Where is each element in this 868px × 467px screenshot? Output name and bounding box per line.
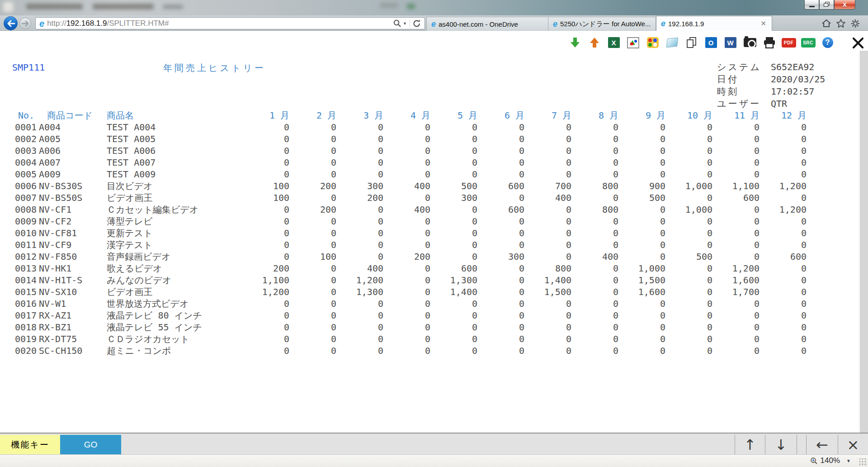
month-value: 0 <box>383 345 430 357</box>
table-row: 0016NV-W1世界放送方式ビデオ000000000000 <box>0 298 807 310</box>
maximize-button[interactable] <box>819 0 834 10</box>
upload-icon <box>589 37 600 48</box>
forward-button[interactable] <box>19 18 31 29</box>
view-source-button[interactable]: SRC <box>798 36 818 49</box>
notepad-button[interactable] <box>662 36 682 49</box>
month-value: 0 <box>665 333 712 345</box>
month-value: 100 <box>242 180 289 192</box>
row-number: 0013 <box>0 262 39 274</box>
month-value: 0 <box>571 157 618 168</box>
window-titlebar: x <box>0 0 868 15</box>
month-value: 800 <box>571 204 618 215</box>
download-button[interactable] <box>565 36 585 49</box>
month-value: 0 <box>665 274 712 286</box>
month-value: 400 <box>571 251 618 262</box>
arrow-up-icon: ↑ <box>744 436 756 453</box>
settings-button[interactable] <box>850 18 860 29</box>
minimize-button[interactable] <box>804 0 819 10</box>
row-number: 0004 <box>0 157 39 168</box>
close-button[interactable]: x <box>834 0 855 10</box>
browser-statusbar: 140% ▼ <box>0 454 868 467</box>
color-settings-button[interactable] <box>643 36 662 49</box>
upload-button[interactable] <box>585 36 604 49</box>
divider <box>410 19 410 28</box>
month-value: 0 <box>336 239 383 251</box>
month-value: 0 <box>430 121 477 133</box>
month-value: 0 <box>618 157 665 168</box>
image-viewer-button[interactable] <box>623 36 643 49</box>
month-value: 0 <box>571 274 618 286</box>
row-number: 0005 <box>0 168 39 180</box>
export-pdf-button[interactable]: PDF <box>779 36 798 49</box>
month-value: 0 <box>242 239 289 251</box>
home-button[interactable] <box>821 18 831 29</box>
program-id: SMP111 <box>12 62 45 73</box>
month-value: 0 <box>430 145 477 157</box>
go-button[interactable]: GO <box>60 435 121 454</box>
month-value: 0 <box>336 145 383 157</box>
zoom-control[interactable]: 140% ▼ <box>810 456 851 465</box>
month-value: 0 <box>289 157 336 168</box>
month-value: 0 <box>524 204 571 215</box>
tab-close-icon[interactable]: ✕ <box>759 19 768 28</box>
month-value: 200 <box>336 192 383 204</box>
search-icon[interactable] <box>393 19 402 28</box>
resize-grip[interactable] <box>859 458 867 466</box>
month-value: 0 <box>760 310 807 321</box>
month-value: 400 <box>383 180 430 192</box>
tab-onedrive[interactable]: e as400-net.com - OneDrive <box>426 17 548 31</box>
close-splitter-button[interactable] <box>852 37 864 49</box>
product-code: NV-BS30S <box>39 180 107 192</box>
product-code: SC-CH150 <box>39 345 107 357</box>
zoom-caret-icon[interactable]: ▼ <box>846 458 851 463</box>
user-label: ユーザー <box>717 98 771 110</box>
scroll-up-button[interactable]: ↑ <box>735 435 765 454</box>
product-name: ＣＤラジオカセット <box>107 333 242 345</box>
address-bar[interactable]: e http://192.168.1.9/SPLITTER.HTM# ▼ <box>35 17 425 29</box>
month-value: 0 <box>430 227 477 239</box>
tab-192-168-1-9[interactable]: e 192.168.1.9 ✕ <box>656 16 772 31</box>
month-value: 0 <box>712 157 760 168</box>
month-value: 0 <box>336 168 383 180</box>
row-number: 0018 <box>0 321 39 333</box>
vertical-scrollbar[interactable] <box>859 51 868 433</box>
system-info: システムS652EA92 日付2020/03/25 時刻17:02:57 ユーザ… <box>717 61 825 110</box>
back-button[interactable] <box>4 16 18 30</box>
screenshot-button[interactable] <box>740 36 760 49</box>
product-name: 漢字テスト <box>107 239 242 251</box>
month-value: 0 <box>760 227 807 239</box>
month-value: 0 <box>336 321 383 333</box>
url-text[interactable]: http://192.168.1.9/SPLITTER.HTM# <box>47 19 169 28</box>
search-dropdown-caret[interactable]: ▼ <box>403 21 407 26</box>
tab-5250-handler[interactable]: e 5250ハンドラー for AutoWe... <box>548 17 656 31</box>
row-number: 0009 <box>0 215 39 227</box>
row-number: 0007 <box>0 192 39 204</box>
zoom-level: 140% <box>821 456 840 465</box>
month-value: 0 <box>712 321 760 333</box>
month-value: 0 <box>618 121 665 133</box>
month-value: 0 <box>336 215 383 227</box>
scroll-down-button[interactable]: ↓ <box>765 435 797 454</box>
word-button[interactable]: W <box>721 36 740 49</box>
exit-button[interactable]: × <box>838 435 868 454</box>
month-header: 10 月 <box>665 110 712 121</box>
export-excel-button[interactable]: X <box>604 36 623 49</box>
month-value: 0 <box>477 145 524 157</box>
print-button[interactable] <box>760 36 779 49</box>
month-value: 0 <box>336 157 383 168</box>
month-value: 1,000 <box>665 180 712 192</box>
help-button[interactable]: ? <box>818 36 837 49</box>
favorites-button[interactable] <box>835 18 846 29</box>
month-value: 0 <box>665 157 712 168</box>
copy-button[interactable] <box>682 36 701 49</box>
row-number: 0019 <box>0 333 39 345</box>
month-value: 0 <box>524 333 571 345</box>
outlook-button[interactable]: O <box>701 36 721 49</box>
function-key-button[interactable]: 機能キー <box>0 435 60 454</box>
back-key-button[interactable]: ← <box>806 435 838 454</box>
product-code: A004 <box>39 121 107 133</box>
product-code: A007 <box>39 157 107 168</box>
month-value: 0 <box>383 310 430 321</box>
month-header: 5 月 <box>430 110 477 121</box>
refresh-icon[interactable] <box>412 19 422 29</box>
